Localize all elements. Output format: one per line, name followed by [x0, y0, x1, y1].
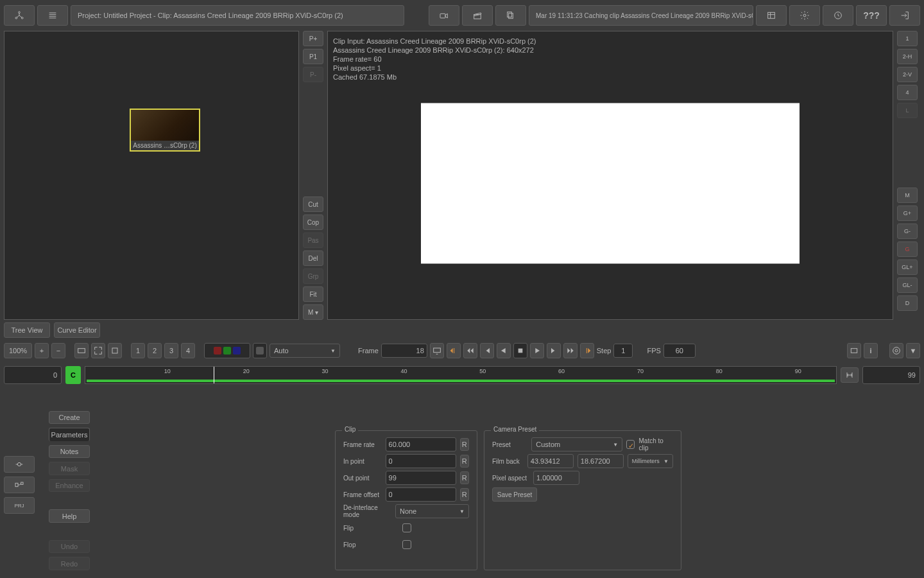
info-button[interactable]: i: [864, 343, 878, 358]
node-mode-button[interactable]: [4, 5, 35, 26]
view-a-button[interactable]: [847, 343, 861, 358]
tab-enhance[interactable]: Enhance: [49, 479, 90, 492]
fit-button[interactable]: Fit: [303, 286, 323, 302]
film-back-height-input[interactable]: [578, 454, 624, 468]
tab-parameters[interactable]: Parameters: [49, 428, 90, 441]
zoom-out-button[interactable]: −: [51, 343, 65, 358]
flip-checkbox[interactable]: [402, 523, 411, 532]
layout-2h-button[interactable]: 2-H: [897, 49, 918, 64]
node-graph-panel[interactable]: Assassins …sC0rp (2): [4, 31, 299, 320]
m-menu-button[interactable]: M ▾: [303, 304, 323, 320]
tool-prj-icon[interactable]: PRJ: [4, 497, 35, 514]
step-input[interactable]: [613, 344, 633, 358]
tool-node-icon[interactable]: [4, 456, 35, 473]
export-button[interactable]: [823, 5, 853, 26]
p-minus-button[interactable]: P-: [303, 67, 323, 82]
cache-indicator[interactable]: C: [65, 366, 81, 384]
undo-button[interactable]: Undo: [49, 540, 90, 553]
step-back-button[interactable]: [480, 343, 494, 358]
settings-button[interactable]: [789, 5, 820, 26]
tool-flow-icon[interactable]: [4, 477, 35, 493]
paste-button[interactable]: Pas: [303, 232, 323, 248]
key-prev-button[interactable]: [447, 343, 461, 358]
frame-rate-input[interactable]: [386, 437, 456, 451]
fps-input[interactable]: [663, 344, 696, 358]
gamma-m-button[interactable]: M: [897, 188, 918, 203]
in-point-input[interactable]: [386, 454, 456, 468]
zoom-level[interactable]: 100%: [4, 343, 32, 358]
stop-button[interactable]: [513, 343, 527, 358]
fit-width-button[interactable]: [74, 343, 89, 358]
pixel-aspect-input[interactable]: [533, 471, 579, 485]
slate-icon-button[interactable]: [462, 5, 493, 26]
list-mode-button[interactable]: [37, 5, 68, 26]
copy-button[interactable]: Cop: [303, 215, 323, 230]
layout-l-button[interactable]: L: [897, 103, 918, 118]
rgb-channel-toggle[interactable]: [204, 343, 250, 358]
viewer-panel[interactable]: Clip Input: Assassins Creed Lineage 2009…: [327, 31, 893, 320]
gamma-minus-button[interactable]: G-: [897, 223, 918, 239]
rewind-button[interactable]: [463, 343, 477, 358]
tab-help[interactable]: Help: [49, 509, 90, 522]
monitor-button[interactable]: [430, 343, 444, 358]
camera-icon-button[interactable]: [429, 5, 459, 26]
preset-3-button[interactable]: 3: [164, 343, 178, 358]
flop-checkbox[interactable]: [402, 540, 411, 549]
gl-minus-button[interactable]: GL-: [897, 277, 918, 293]
tab-mask[interactable]: Mask: [49, 462, 90, 475]
copy-icon-button[interactable]: [495, 5, 526, 26]
tab-notes[interactable]: Notes: [49, 445, 90, 458]
gamma-plus-button[interactable]: G+: [897, 206, 918, 221]
alpha-channel-button[interactable]: [253, 343, 267, 358]
gamma-g-button[interactable]: G: [897, 241, 918, 257]
play-button[interactable]: [530, 343, 544, 358]
match-to-clip-checkbox[interactable]: ✓: [626, 440, 635, 449]
preset-2-button[interactable]: 2: [148, 343, 162, 358]
menu-dropdown-button[interactable]: ▼: [906, 343, 920, 358]
tab-curve-editor[interactable]: Curve Editor: [54, 322, 100, 338]
tab-tree-view[interactable]: Tree View: [4, 322, 50, 338]
cut-button[interactable]: Cut: [303, 197, 323, 212]
film-back-units-dropdown[interactable]: Millimeters: [628, 454, 673, 468]
playhead[interactable]: [214, 367, 214, 383]
frame-offset-reset[interactable]: R: [460, 488, 469, 501]
layout-2v-button[interactable]: 2-V: [897, 67, 918, 82]
fast-forward-button[interactable]: [563, 343, 578, 358]
play-reverse-button[interactable]: [497, 343, 511, 358]
fit-screen-button[interactable]: [91, 343, 105, 358]
save-preset-button[interactable]: Save Preset: [492, 487, 537, 502]
layout-1-button[interactable]: 1: [897, 31, 918, 46]
in-point-reset[interactable]: R: [460, 455, 469, 468]
p1-button[interactable]: P1: [303, 49, 323, 64]
preset-1-button[interactable]: 1: [131, 343, 145, 358]
help-button[interactable]: ???: [856, 5, 887, 26]
group-button[interactable]: Grp: [303, 268, 323, 284]
key-next-button[interactable]: [580, 343, 594, 358]
config-button[interactable]: [889, 343, 903, 358]
display-mode-dropdown[interactable]: Auto: [270, 344, 340, 358]
gl-plus-button[interactable]: GL+: [897, 259, 918, 275]
out-point-reset[interactable]: R: [460, 471, 469, 484]
range-button[interactable]: [841, 367, 859, 383]
exit-button[interactable]: [889, 5, 920, 26]
preset-4-button[interactable]: 4: [181, 343, 195, 358]
redo-button[interactable]: Redo: [49, 557, 90, 570]
gl-d-button[interactable]: D: [897, 295, 918, 311]
step-forward-button[interactable]: [547, 343, 561, 358]
film-back-width-input[interactable]: [527, 454, 574, 468]
preset-dropdown[interactable]: Custom: [531, 437, 622, 451]
frame-input[interactable]: [381, 344, 427, 358]
delete-button[interactable]: Del: [303, 250, 323, 266]
node-clip[interactable]: Assassins …sC0rp (2): [130, 109, 200, 152]
layout-4-button[interactable]: 4: [897, 85, 918, 100]
frame-offset-input[interactable]: [386, 487, 456, 502]
end-frame-display[interactable]: 99: [862, 366, 920, 384]
deinterlace-dropdown[interactable]: None: [395, 504, 469, 518]
p-plus-button[interactable]: P+: [303, 31, 323, 46]
panel-icon-button[interactable]: [756, 5, 787, 26]
timeline-ruler[interactable]: 102030405060708090: [85, 366, 837, 384]
tab-create[interactable]: Create: [49, 411, 90, 424]
out-point-input[interactable]: [386, 471, 456, 485]
zoom-in-button[interactable]: +: [35, 343, 49, 358]
frame-rate-reset[interactable]: R: [460, 438, 469, 451]
